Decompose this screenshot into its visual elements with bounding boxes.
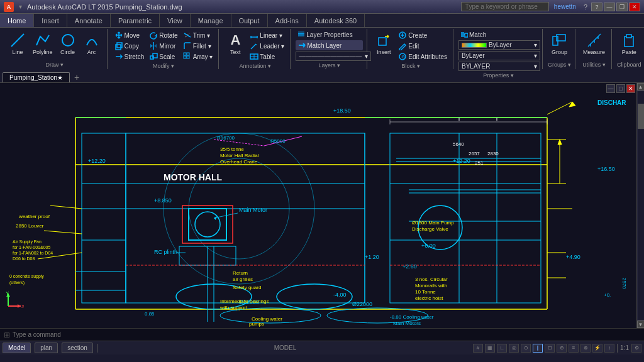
- polyline-button[interactable]: Polyline: [30, 30, 55, 57]
- search-input[interactable]: [461, 2, 549, 11]
- scroll-thumb[interactable]: [638, 104, 644, 129]
- doc-tab-pumping[interactable]: Pumping_Station★: [3, 72, 70, 82]
- text-icon: A: [226, 31, 244, 49]
- copy-button[interactable]: Copy: [113, 41, 147, 51]
- svg-text:Monorails with: Monorails with: [415, 283, 447, 288]
- measure-button[interactable]: Measure: [580, 30, 608, 57]
- svg-line-0: [11, 34, 24, 47]
- modify-col3: Trim ▾ Fillet ▾ Array ▾: [181, 30, 215, 62]
- snap-icon[interactable]: #: [473, 344, 483, 353]
- match-layer-button[interactable]: Match Layer: [296, 40, 363, 50]
- command-input[interactable]: [13, 331, 640, 338]
- match-layer-label: Match Layer: [307, 42, 341, 49]
- osnap-icon[interactable]: ⊙: [521, 344, 531, 353]
- polar-icon[interactable]: ◎: [509, 344, 519, 353]
- paste-button[interactable]: Paste: [618, 30, 640, 57]
- tab-addins[interactable]: Add-ins: [268, 14, 307, 27]
- trim-button[interactable]: Trim ▾: [181, 30, 215, 40]
- close-btn[interactable]: ✕: [629, 3, 640, 11]
- insert-button[interactable]: Insert: [372, 30, 395, 57]
- scroll-up-btn[interactable]: ▲: [637, 83, 645, 90]
- edit-attributes-button[interactable]: ⚙ Edit Attributes: [396, 52, 449, 62]
- new-doc-button[interactable]: +: [71, 72, 82, 82]
- trim-label: Trim ▾: [193, 32, 210, 39]
- svg-marker-162: [18, 304, 21, 308]
- svg-point-1: [62, 35, 74, 46]
- arc-icon: [83, 31, 101, 49]
- section-tab[interactable]: section: [62, 343, 93, 353]
- close-drawing-btn[interactable]: ✕: [626, 84, 635, 93]
- tab-insert[interactable]: Insert: [34, 14, 67, 27]
- polyline-label: Polyline: [33, 49, 53, 56]
- vertical-scrollbar[interactable]: ▲ ▼: [636, 83, 644, 328]
- mirror-button[interactable]: Mirror: [147, 41, 179, 51]
- linetype-dropdown[interactable]: ByLayer ▾: [458, 51, 540, 60]
- svg-text:+12.20: +12.20: [88, 158, 106, 164]
- layer-dropdown[interactable]: —————————— ▾: [296, 52, 371, 61]
- ducs-icon[interactable]: ⊡: [545, 344, 555, 353]
- color-dropdown[interactable]: ByLayer ▾: [458, 40, 540, 50]
- help-btn[interactable]: ?: [591, 3, 602, 11]
- lw-icon[interactable]: ≡: [569, 344, 579, 353]
- block-group-label: Block ▾: [401, 62, 420, 69]
- line-button[interactable]: Line: [6, 30, 29, 57]
- tab-manage[interactable]: Manage: [191, 14, 231, 27]
- ribbon-group-groups: Group Groups ▾: [544, 29, 575, 69]
- settings-icon[interactable]: ⚙: [631, 344, 641, 353]
- svg-text:3 nos. Circular: 3 nos. Circular: [415, 277, 448, 282]
- restore-btn[interactable]: ❐: [616, 3, 628, 11]
- scroll-track[interactable]: [638, 91, 644, 320]
- move-button[interactable]: Move: [113, 30, 147, 40]
- svg-text:Ø1800 Main Pump: Ø1800 Main Pump: [412, 220, 454, 226]
- svg-text:2850 Louver: 2850 Louver: [16, 223, 44, 229]
- edit-button[interactable]: Edit: [396, 41, 449, 51]
- layer-properties-button[interactable]: Layer Properties: [296, 30, 363, 39]
- model-tab[interactable]: Model: [3, 343, 31, 353]
- drawing-area[interactable]: +18.50 +16.50 DISCHAR MOTOR HALL +12.20 …: [0, 83, 644, 328]
- ortho-icon[interactable]: ∟: [497, 344, 507, 353]
- stretch-button[interactable]: Stretch: [113, 52, 147, 62]
- svg-rect-2: [116, 45, 121, 50]
- ribbon-group-clipboard: Paste Clipboard: [613, 29, 644, 69]
- linear-button[interactable]: Linear ▾: [248, 30, 286, 40]
- tab-home[interactable]: Home: [0, 14, 34, 27]
- leader-button[interactable]: Leader ▾: [248, 41, 286, 51]
- restore-drawing-btn[interactable]: □: [616, 84, 625, 93]
- rotate-button[interactable]: Rotate: [147, 30, 179, 40]
- scroll-down-btn[interactable]: ▼: [637, 321, 645, 328]
- svg-rect-10: [187, 53, 189, 55]
- plan-tab[interactable]: plan: [35, 343, 58, 353]
- scale-button[interactable]: Scale: [147, 52, 179, 62]
- minimize-drawing-btn[interactable]: —: [606, 84, 615, 93]
- qp-icon[interactable]: ⚡: [592, 344, 602, 353]
- svg-text:Safety guard: Safety guard: [233, 285, 261, 290]
- tab-output[interactable]: Output: [231, 14, 268, 27]
- sc-icon[interactable]: ↕: [604, 344, 614, 353]
- match-properties-button[interactable]: Match: [458, 30, 538, 39]
- lineweight-dropdown[interactable]: BYLAYER ▾: [458, 62, 540, 71]
- ribbon-group-draw: Line Polyline Circle Arc Draw ▾: [3, 29, 108, 69]
- arc-button[interactable]: Arc: [80, 30, 103, 57]
- create-button[interactable]: Create: [396, 30, 449, 40]
- table-button[interactable]: Table: [248, 52, 286, 62]
- ltype-dropdown-arrow: ▾: [534, 52, 537, 59]
- svg-text:10 Tonne: 10 Tonne: [415, 289, 436, 295]
- minimize-btn[interactable]: —: [604, 3, 615, 11]
- clipboard-group-label: Clipboard: [617, 60, 641, 68]
- text-button[interactable]: A Text: [224, 30, 247, 57]
- measure-icon: [586, 31, 603, 49]
- grid-icon[interactable]: ▦: [485, 344, 495, 353]
- array-button[interactable]: Array ▾: [181, 52, 215, 62]
- dyn-icon[interactable]: ⊕: [557, 344, 567, 353]
- group-button[interactable]: Group: [548, 30, 570, 57]
- tab-parametric[interactable]: Parametric: [111, 14, 160, 27]
- otrack-icon[interactable]: ∥: [533, 344, 543, 353]
- svg-text:251: 251: [475, 160, 484, 166]
- tab-view[interactable]: View: [160, 14, 191, 27]
- tp-icon[interactable]: ⊗: [580, 344, 591, 353]
- tab-autodesk360[interactable]: Autodesk 360: [307, 14, 365, 27]
- circle-button[interactable]: Circle: [57, 30, 79, 57]
- block-buttons: Insert Create Edit ⚙ Edit Attributes: [372, 30, 449, 62]
- tab-annotate[interactable]: Annotate: [67, 14, 111, 27]
- fillet-button[interactable]: Fillet ▾: [181, 41, 215, 51]
